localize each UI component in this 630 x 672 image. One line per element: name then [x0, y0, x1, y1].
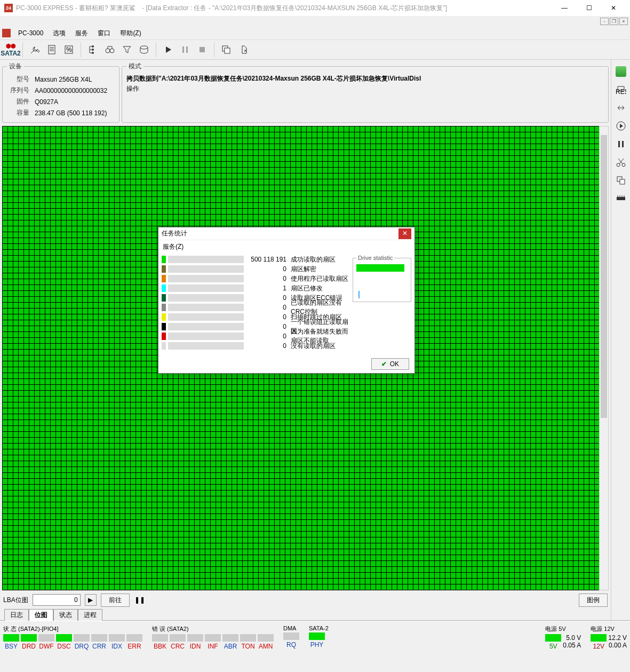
pause-button[interactable]	[178, 42, 193, 58]
led-err: ERR	[126, 634, 142, 650]
power-5v-label: 电源 5V	[545, 625, 581, 633]
window-titlebar: 24 PC-3000 EXPRESS - 蓄耕栢粗? 莱澳庑鲨 - [Data …	[0, 0, 630, 16]
status-group-dma: DMA	[283, 625, 299, 631]
led-ton: TON	[240, 634, 256, 650]
mdi-buttons: - ❐ ×	[0, 16, 630, 27]
toolbar: ⬢⬢SATA2 %	[0, 39, 630, 60]
stat-row: 0已读取的扇区没有CRC控制	[162, 303, 348, 312]
rt-connector-icon[interactable]	[616, 193, 626, 204]
rt-reset-icon[interactable]: RESET	[616, 84, 626, 95]
tree-icon[interactable]	[85, 42, 100, 58]
status-area: 状 态 (SATA2)-[PIO4] BSYDRDDWFDSCDRQCRRIDX…	[0, 620, 630, 652]
goto-button[interactable]: 前往	[101, 594, 130, 607]
svg-rect-13	[225, 48, 230, 53]
svg-point-3	[92, 45, 94, 48]
svg-rect-11	[200, 47, 205, 52]
power-12v-label: 电源 12V	[591, 625, 627, 633]
tab-status[interactable]: 状态	[53, 609, 78, 621]
dialog-menu-service[interactable]: 服务(Z)	[158, 240, 414, 254]
window-title: PC-3000 EXPRESS - 蓄耕栢粗? 莱澳庑鲨 - [Data Ext…	[16, 4, 552, 13]
tab-process[interactable]: 进程	[78, 609, 102, 621]
menu-help[interactable]: 帮助(Z)	[116, 27, 145, 39]
stop-button[interactable]	[195, 42, 210, 58]
rt-copy-icon[interactable]	[616, 175, 626, 186]
device-serial: AA000000000000000032	[33, 85, 109, 96]
led-abr: ABR	[222, 634, 238, 650]
nav-pause-button[interactable]: ❚❚	[134, 594, 146, 606]
status-group-sata: SATA-2	[309, 625, 329, 631]
svg-rect-0	[49, 45, 55, 54]
filter-icon[interactable]	[119, 42, 134, 58]
stat-row: 500 118 191成功读取的扇区	[162, 255, 348, 264]
status-group-state: 状 态 (SATA2)-[PIO4]	[3, 625, 142, 633]
rt-pause-icon[interactable]	[616, 139, 626, 149]
document-icon[interactable]	[44, 42, 59, 58]
rt-play-icon[interactable]	[616, 121, 626, 131]
led-inf: INF	[205, 634, 221, 650]
svg-rect-17	[622, 141, 624, 147]
led-rq: RQ	[283, 633, 299, 649]
tab-log[interactable]: 日志	[4, 609, 29, 621]
device-panel: 设备 型号Maxsun 256GB X4L 序列号AA0000000000000…	[2, 62, 119, 123]
menu-bar: PC-3000 选项 服务 窗口 帮助(Z)	[0, 27, 630, 39]
rt-cut-icon[interactable]	[616, 157, 626, 168]
svg-text:%: %	[66, 46, 72, 53]
mdi-close-button[interactable]: ×	[619, 18, 628, 25]
mode-legend: 模式	[126, 62, 143, 71]
port-indicator[interactable]: ⬢⬢SATA2	[3, 42, 18, 58]
app-icon: 24	[4, 4, 13, 12]
rt-arrows-icon[interactable]	[616, 102, 626, 113]
tab-bitmap[interactable]: 位图	[29, 609, 53, 621]
play-button[interactable]	[161, 42, 176, 58]
mdi-min-button[interactable]: -	[600, 18, 609, 25]
disk-icon[interactable]	[137, 42, 151, 58]
power-12v-amp: 0.00 A	[608, 642, 627, 649]
stat-row: 0使用程序已读取扇区	[162, 274, 348, 283]
menu-options[interactable]: 选项	[49, 27, 70, 39]
status-group-error: 错 误 (SATA2)	[152, 625, 274, 633]
svg-point-7	[110, 49, 114, 53]
menu-service[interactable]: 服务	[71, 27, 92, 39]
device-legend: 设备	[7, 62, 24, 71]
led-amn: AMN	[258, 634, 274, 650]
svg-rect-21	[620, 179, 625, 184]
right-toolbar: RESET	[611, 60, 630, 620]
maximize-button[interactable]: ☐	[577, 0, 601, 16]
drive-stat-bar-1	[356, 264, 404, 272]
led-idn: IDN	[187, 634, 203, 650]
power-5v-amp: 0.05 A	[563, 642, 581, 649]
binoculars-icon[interactable]	[102, 42, 117, 58]
tools-icon[interactable]	[27, 42, 42, 58]
device-model: Maxsun 256GB X4L	[33, 74, 109, 84]
led-crc: CRC	[170, 634, 186, 650]
map-scrollbar[interactable]	[599, 126, 609, 590]
rt-drive-icon[interactable]	[616, 66, 626, 77]
menu-window[interactable]: 窗口	[93, 27, 115, 39]
lba-input[interactable]	[33, 594, 81, 606]
svg-point-4	[92, 49, 94, 51]
led-dwf: DWF	[38, 634, 54, 650]
exit-icon[interactable]	[236, 42, 251, 58]
percent-icon[interactable]: %	[61, 42, 76, 58]
dialog-title: 任务统计	[162, 229, 398, 238]
led-idx: IDX	[109, 634, 125, 650]
menu-pc3000[interactable]: PC-3000	[14, 28, 47, 38]
minimize-button[interactable]: —	[552, 0, 577, 16]
close-button[interactable]: ✕	[601, 0, 626, 16]
menu-app-icon	[2, 29, 11, 37]
task-statistics-dialog: 任务统计 ✕ 服务(Z) 500 118 191成功读取的扇区0扇区解密0使用程…	[158, 227, 415, 374]
svg-point-6	[106, 49, 110, 53]
legend-button[interactable]: 图例	[579, 594, 608, 607]
stat-row: 1扇区已修改	[162, 283, 348, 293]
svg-point-8	[140, 46, 148, 49]
svg-point-5	[92, 52, 94, 54]
ok-button[interactable]: ✔OK	[371, 358, 409, 370]
dialog-close-button[interactable]: ✕	[398, 228, 411, 239]
led-bsy: BSY	[3, 634, 19, 650]
device-firmware: Q0927A	[33, 97, 109, 107]
power-5v-volt: 5.0 V	[563, 634, 581, 642]
copy-icon[interactable]	[219, 42, 234, 58]
lba-go-icon[interactable]: ▶	[85, 594, 97, 606]
mdi-restore-button[interactable]: ❐	[610, 18, 618, 25]
device-capacity: 238.47 GB (500 118 192)	[33, 108, 109, 118]
